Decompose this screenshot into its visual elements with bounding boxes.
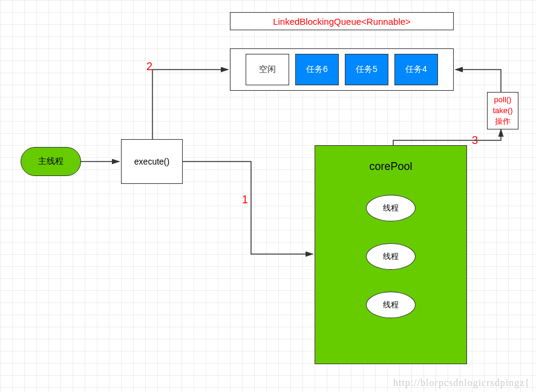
poll-line3: 操作 [495, 116, 511, 127]
execute-node: execute() [121, 139, 183, 184]
thread-oval-2: 线程 [366, 243, 416, 270]
queue-container: 空闲 任务6 任务5 任务4 [230, 48, 454, 91]
label-3: 3 [472, 134, 478, 147]
queue-slot-task6: 任务6 [295, 54, 339, 85]
thread-oval-3: 线程 [366, 292, 416, 318]
poll-line2: take() [492, 105, 512, 116]
corepool-title: corePool [369, 160, 412, 173]
label-1: 1 [242, 194, 248, 206]
queue-slot-task4: 任务4 [394, 54, 438, 85]
corepool-node: corePool 线程 线程 线程 [315, 145, 467, 364]
main-thread-label: 主线程 [38, 156, 64, 167]
queue-slot-empty: 空闲 [246, 54, 289, 85]
label-2: 2 [146, 60, 152, 73]
poll-take-box: poll() take() 操作 [487, 92, 518, 129]
queue-title-box: LinkedBlockingQueue<Runnable> [230, 12, 454, 30]
diagram-canvas: 主线程 execute() LinkedBlockingQueue<Runnab… [0, 0, 536, 392]
watermark: http://blorpcsdnlogicrsdpingz{ [393, 377, 530, 388]
thread-oval-1: 线程 [366, 195, 416, 221]
execute-label: execute() [134, 157, 169, 166]
queue-title-text: LinkedBlockingQueue<Runnable> [273, 16, 411, 27]
main-thread-node: 主线程 [21, 147, 81, 176]
queue-slot-task5: 任务5 [345, 54, 388, 85]
poll-line1: poll() [494, 94, 512, 105]
